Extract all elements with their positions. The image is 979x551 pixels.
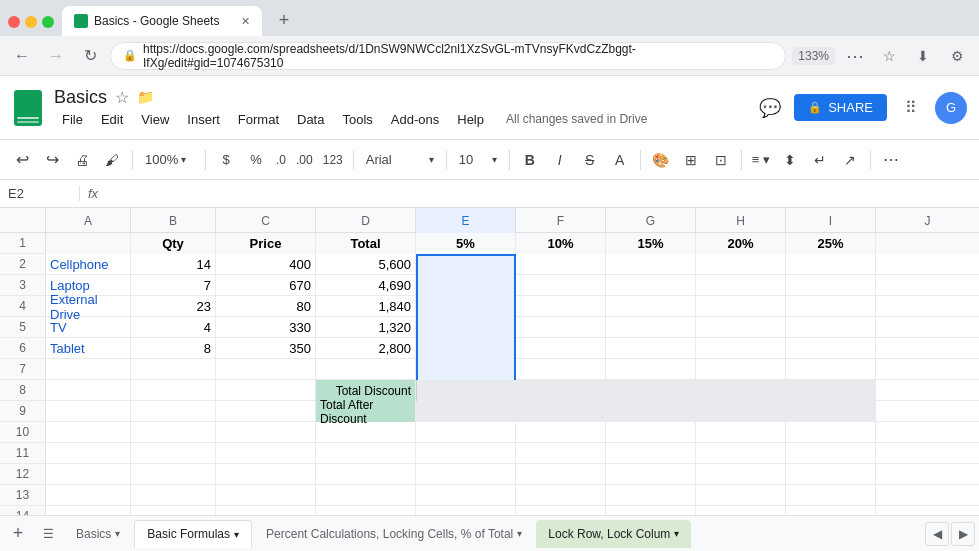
cell-b9[interactable] bbox=[131, 401, 216, 422]
cell-g10[interactable] bbox=[606, 422, 696, 443]
cell-b6[interactable]: 8 bbox=[131, 338, 216, 359]
number-format-button[interactable]: 123 bbox=[319, 146, 347, 174]
cell-c6[interactable]: 350 bbox=[216, 338, 316, 359]
col-header-f[interactable]: F bbox=[516, 208, 606, 233]
italic-button[interactable]: I bbox=[546, 146, 574, 174]
nav-arrow-left[interactable]: ◀ bbox=[925, 522, 949, 546]
cell-d5[interactable]: 1,320 bbox=[316, 317, 416, 338]
undo-button[interactable]: ↩ bbox=[8, 146, 36, 174]
cell-g5[interactable] bbox=[606, 317, 696, 338]
cell-i7[interactable] bbox=[786, 359, 876, 380]
tab-lock-row[interactable]: Lock Row, Lock Colum ▾ bbox=[536, 520, 691, 548]
decimal-decrease-button[interactable]: .0 bbox=[272, 146, 290, 174]
redo-button[interactable]: ↪ bbox=[38, 146, 66, 174]
cell-h7[interactable] bbox=[696, 359, 786, 380]
cell-c2[interactable]: 400 bbox=[216, 254, 316, 275]
cell-a12[interactable] bbox=[46, 464, 131, 485]
percent-button[interactable]: % bbox=[242, 146, 270, 174]
cell-f1[interactable]: 10% bbox=[516, 233, 606, 254]
cell-j6[interactable] bbox=[876, 338, 979, 359]
cell-e2[interactable] bbox=[416, 254, 516, 275]
menu-help[interactable]: Help bbox=[449, 110, 492, 129]
refresh-button[interactable]: ↻ bbox=[76, 42, 104, 70]
cell-e1[interactable]: 5% bbox=[416, 233, 516, 254]
cell-c4[interactable]: 80 bbox=[216, 296, 316, 317]
cell-h10[interactable] bbox=[696, 422, 786, 443]
cell-d10[interactable] bbox=[316, 422, 416, 443]
cell-j11[interactable] bbox=[876, 443, 979, 464]
cell-b3[interactable]: 7 bbox=[131, 275, 216, 296]
cell-d12[interactable] bbox=[316, 464, 416, 485]
cell-e7[interactable] bbox=[416, 359, 516, 380]
cell-e10[interactable] bbox=[416, 422, 516, 443]
cell-e12[interactable] bbox=[416, 464, 516, 485]
back-button[interactable]: ← bbox=[8, 42, 36, 70]
cell-f13[interactable] bbox=[516, 485, 606, 506]
cell-j5[interactable] bbox=[876, 317, 979, 338]
cell-a4[interactable]: External Drive bbox=[46, 296, 131, 317]
cell-a2[interactable]: Cellphone bbox=[46, 254, 131, 275]
col-header-j[interactable]: J bbox=[876, 208, 979, 233]
folder-icon[interactable]: 📁 bbox=[137, 89, 154, 105]
paint-format-button[interactable]: 🖌 bbox=[98, 146, 126, 174]
cell-a10[interactable] bbox=[46, 422, 131, 443]
cell-c12[interactable] bbox=[216, 464, 316, 485]
cell-j2[interactable] bbox=[876, 254, 979, 275]
address-bar[interactable]: 🔒 https://docs.google.com/spreadsheets/d… bbox=[110, 42, 786, 70]
menu-addons[interactable]: Add-ons bbox=[383, 110, 447, 129]
cell-f6[interactable] bbox=[516, 338, 606, 359]
cell-e6[interactable] bbox=[416, 338, 516, 359]
download-icon[interactable]: ⬇ bbox=[909, 42, 937, 70]
cell-c3[interactable]: 670 bbox=[216, 275, 316, 296]
bold-button[interactable]: B bbox=[516, 146, 544, 174]
nav-arrow-right[interactable]: ▶ bbox=[951, 522, 975, 546]
cell-j12[interactable] bbox=[876, 464, 979, 485]
traffic-light-green[interactable] bbox=[42, 16, 54, 28]
cell-d1[interactable]: Total bbox=[316, 233, 416, 254]
cell-e8[interactable] bbox=[416, 380, 516, 401]
star-icon[interactable]: ☆ bbox=[115, 88, 129, 107]
menu-view[interactable]: View bbox=[133, 110, 177, 129]
cell-b8[interactable] bbox=[131, 380, 216, 401]
cell-i8[interactable] bbox=[786, 380, 876, 401]
cell-b5[interactable]: 4 bbox=[131, 317, 216, 338]
cell-h12[interactable] bbox=[696, 464, 786, 485]
cell-c8[interactable] bbox=[216, 380, 316, 401]
cell-g4[interactable] bbox=[606, 296, 696, 317]
cell-e11[interactable] bbox=[416, 443, 516, 464]
wrap-button[interactable]: ↵ bbox=[806, 146, 834, 174]
cell-b12[interactable] bbox=[131, 464, 216, 485]
zoom-dropdown[interactable]: 100% ▾ bbox=[139, 146, 199, 174]
cell-j3[interactable] bbox=[876, 275, 979, 296]
borders-button[interactable]: ⊞ bbox=[677, 146, 705, 174]
font-dropdown[interactable]: Arial ▾ bbox=[360, 146, 440, 174]
cell-j8[interactable] bbox=[876, 380, 979, 401]
cell-i5[interactable] bbox=[786, 317, 876, 338]
cell-e5[interactable] bbox=[416, 317, 516, 338]
col-header-h[interactable]: H bbox=[696, 208, 786, 233]
forward-button[interactable]: → bbox=[42, 42, 70, 70]
col-header-i[interactable]: I bbox=[786, 208, 876, 233]
cell-a11[interactable] bbox=[46, 443, 131, 464]
cell-f11[interactable] bbox=[516, 443, 606, 464]
cell-c11[interactable] bbox=[216, 443, 316, 464]
cell-b7[interactable] bbox=[131, 359, 216, 380]
menu-insert[interactable]: Insert bbox=[179, 110, 228, 129]
cell-a9[interactable] bbox=[46, 401, 131, 422]
cell-e4[interactable] bbox=[416, 296, 516, 317]
cell-d13[interactable] bbox=[316, 485, 416, 506]
cell-c13[interactable] bbox=[216, 485, 316, 506]
cell-d7[interactable] bbox=[316, 359, 416, 380]
rotate-button[interactable]: ↗ bbox=[836, 146, 864, 174]
cell-f2[interactable] bbox=[516, 254, 606, 275]
cell-i3[interactable] bbox=[786, 275, 876, 296]
bookmark-icon[interactable]: ☆ bbox=[875, 42, 903, 70]
traffic-light-yellow[interactable] bbox=[25, 16, 37, 28]
cell-f4[interactable] bbox=[516, 296, 606, 317]
cell-h11[interactable] bbox=[696, 443, 786, 464]
cell-g7[interactable] bbox=[606, 359, 696, 380]
fill-color-button[interactable]: 🎨 bbox=[647, 146, 675, 174]
cell-j13[interactable] bbox=[876, 485, 979, 506]
cell-d6[interactable]: 2,800 bbox=[316, 338, 416, 359]
cell-j9[interactable] bbox=[876, 401, 979, 422]
